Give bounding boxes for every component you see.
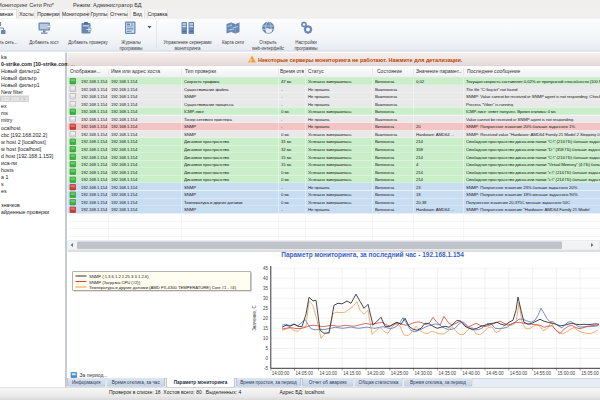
svg-text:14:15:00: 14:15:00 — [343, 371, 361, 376]
svg-text:14:35:00: 14:35:00 — [438, 371, 456, 376]
svg-text:25: 25 — [263, 306, 269, 311]
svg-text:0: 0 — [265, 356, 268, 361]
svg-text:40: 40 — [263, 276, 269, 281]
svg-text:14:10:00: 14:10:00 — [319, 371, 337, 376]
svg-text:35: 35 — [263, 286, 269, 291]
svg-text:14:45:00: 14:45:00 — [486, 371, 504, 376]
svg-text:14:30:00: 14:30:00 — [415, 371, 433, 376]
svg-text:30: 30 — [263, 296, 269, 301]
svg-text:-5: -5 — [264, 366, 268, 371]
svg-text:15:00:00: 15:00:00 — [557, 371, 575, 376]
svg-text:14:55:00: 14:55:00 — [534, 371, 552, 376]
svg-text:14:25:00: 14:25:00 — [391, 371, 409, 376]
svg-text:14:40:00: 14:40:00 — [462, 371, 480, 376]
svg-text:14:00:00: 14:00:00 — [272, 371, 290, 376]
svg-text:14:20:00: 14:20:00 — [367, 371, 385, 376]
svg-text:15: 15 — [263, 326, 269, 331]
svg-text:15:05:00: 15:05:00 — [581, 371, 599, 376]
svg-text:20: 20 — [263, 316, 269, 321]
svg-text:Значение, С: Значение, С — [252, 304, 257, 330]
svg-text:14:05:00: 14:05:00 — [296, 371, 314, 376]
svg-text:45: 45 — [263, 266, 269, 271]
svg-text:10: 10 — [263, 336, 269, 341]
svg-text:5: 5 — [265, 346, 268, 351]
svg-text:14:50:00: 14:50:00 — [510, 371, 528, 376]
